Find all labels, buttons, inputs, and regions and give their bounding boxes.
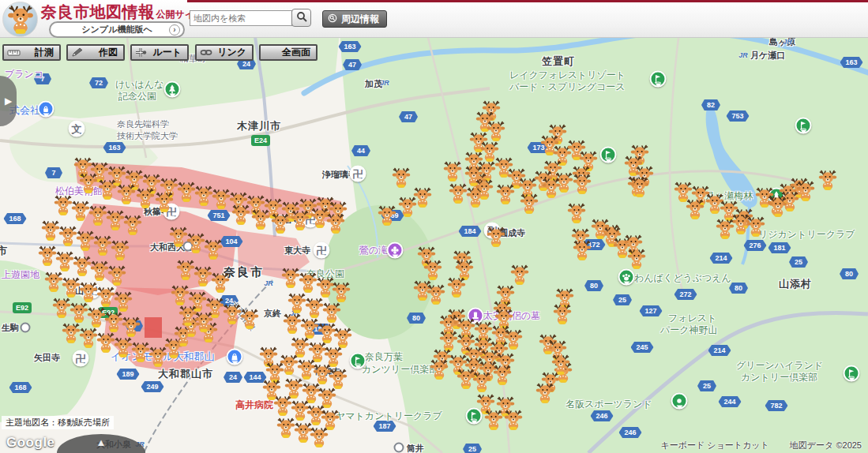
deer-marker[interactable] [493, 365, 512, 385]
deer-marker[interactable] [55, 251, 74, 271]
deer-marker[interactable] [305, 298, 324, 318]
google-logo[interactable]: Google [6, 435, 55, 451]
deer-marker[interactable] [291, 210, 310, 230]
deer-marker[interactable] [496, 184, 515, 204]
deer-marker[interactable] [223, 304, 242, 324]
deer-marker[interactable] [122, 316, 141, 337]
lock-pin[interactable] [38, 101, 54, 118]
deer-marker[interactable] [79, 328, 98, 348]
bag-pin[interactable] [227, 349, 243, 365]
deer-marker[interactable] [106, 210, 125, 230]
deer-marker[interactable] [177, 182, 196, 202]
deer-marker[interactable] [136, 188, 155, 208]
deer-marker[interactable] [430, 359, 449, 380]
deer-marker[interactable] [62, 323, 81, 343]
deer-marker[interactable] [70, 302, 88, 323]
deer-marker[interactable] [240, 309, 259, 329]
deer-marker[interactable] [818, 170, 837, 190]
deer-marker[interactable] [79, 282, 98, 302]
deer-marker[interactable] [88, 205, 107, 226]
deer-marker[interactable] [52, 298, 71, 318]
school-pin[interactable]: 文 [69, 121, 85, 137]
golf-pin[interactable] [650, 71, 667, 88]
deer-marker[interactable] [117, 184, 136, 204]
flower-pin[interactable] [387, 242, 404, 259]
draw-button[interactable]: 作図 [66, 44, 125, 61]
link-button[interactable]: リンク [195, 44, 254, 61]
deer-marker[interactable] [299, 272, 318, 293]
deer-marker[interactable] [169, 226, 188, 247]
deer-marker[interactable] [378, 205, 396, 226]
deer-marker[interactable] [96, 286, 115, 307]
deer-marker[interactable] [231, 204, 250, 225]
deer-marker[interactable] [333, 328, 352, 348]
deer-marker[interactable] [58, 226, 77, 246]
deer-marker[interactable] [114, 291, 133, 312]
deer-marker[interactable] [276, 417, 295, 438]
deer-marker[interactable] [98, 179, 117, 200]
deer-marker[interactable] [329, 369, 348, 389]
deer-marker[interactable] [426, 284, 445, 305]
deer-marker[interactable] [392, 167, 411, 188]
deer-marker[interactable] [211, 272, 230, 293]
around-info-button[interactable]: 周辺情報 [322, 10, 387, 28]
golf-pin[interactable] [844, 365, 860, 382]
deer-marker[interactable] [283, 313, 302, 334]
deer-marker[interactable] [447, 277, 466, 298]
deer-marker[interactable] [686, 199, 705, 219]
deer-marker[interactable] [107, 265, 126, 286]
deer-marker[interactable] [171, 285, 190, 305]
deer-marker[interactable] [472, 372, 491, 392]
deer-marker[interactable] [475, 179, 494, 200]
deer-marker[interactable] [155, 192, 174, 212]
deer-marker[interactable] [79, 173, 98, 193]
deer-marker[interactable] [212, 189, 231, 209]
deer-marker[interactable] [449, 183, 468, 204]
deer-marker[interactable] [111, 240, 130, 260]
deer-marker[interactable] [186, 233, 205, 253]
deer-marker[interactable] [44, 271, 63, 292]
deer-marker[interactable] [551, 354, 570, 375]
deer-marker[interactable] [76, 230, 95, 251]
route-button[interactable]: ルート [130, 44, 189, 61]
deer-marker[interactable] [131, 342, 150, 362]
deer-marker[interactable] [332, 282, 351, 302]
deer-marker[interactable] [90, 260, 109, 281]
golf-pin[interactable] [350, 353, 366, 369]
deer-marker[interactable] [520, 193, 539, 214]
deer-marker[interactable] [87, 307, 106, 328]
deer-marker[interactable] [322, 302, 341, 323]
paw-pin[interactable] [618, 269, 635, 286]
deer-marker[interactable] [41, 220, 60, 241]
manji-pin[interactable]: 卍 [350, 166, 366, 182]
deer-marker[interactable] [553, 304, 572, 324]
golf-pin[interactable] [600, 147, 617, 163]
deer-marker[interactable] [93, 235, 112, 256]
deer-marker[interactable] [484, 410, 503, 430]
deer-marker[interactable] [510, 264, 529, 285]
deer-marker[interactable] [300, 318, 319, 339]
map-canvas[interactable]: 7722416347474417316371687511042436918417… [0, 0, 868, 453]
deer-marker[interactable] [194, 185, 213, 206]
deer-marker[interactable] [38, 245, 57, 266]
deer-marker[interactable] [535, 383, 554, 403]
manji-pin[interactable]: 卍 [73, 350, 89, 367]
deer-marker[interactable] [630, 177, 649, 197]
deer-marker[interactable] [73, 256, 92, 276]
deer-marker[interactable] [287, 293, 306, 313]
deer-marker[interactable] [326, 213, 345, 234]
deer-marker[interactable] [194, 312, 213, 332]
deer-marker[interactable] [573, 240, 592, 260]
deer-marker[interactable] [96, 332, 115, 353]
deer-marker[interactable] [71, 200, 90, 221]
deer-marker[interactable] [487, 226, 505, 247]
deer-marker[interactable] [251, 209, 270, 230]
deer-marker[interactable] [768, 197, 787, 217]
fullscreen-button[interactable]: 全画面 [259, 44, 318, 61]
golf-pin[interactable] [795, 118, 812, 134]
search-button[interactable] [291, 9, 311, 27]
deer-marker[interactable] [62, 277, 81, 298]
manji-pin[interactable]: 卍 [314, 242, 330, 259]
deer-marker[interactable] [262, 380, 281, 400]
deer-marker[interactable] [281, 268, 300, 288]
